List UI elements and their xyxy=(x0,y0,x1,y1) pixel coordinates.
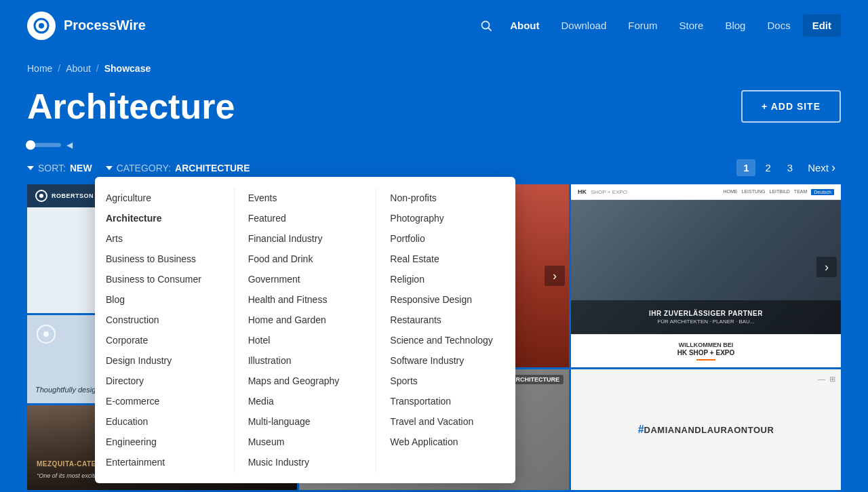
slider-track[interactable] xyxy=(27,143,61,147)
search-icon-button[interactable] xyxy=(475,14,498,37)
cat-responsive[interactable]: Responsive Design xyxy=(390,289,505,310)
right-column: HK SHOP + EXPO HOME LEISTUNG LEITBILD TE… xyxy=(571,184,841,490)
cat-restaurants[interactable]: Restaurants xyxy=(390,310,505,330)
hk-subtitle-text: FÜR ARCHITEKTEN · PLANER · BAU... xyxy=(580,319,831,325)
breadcrumb-showcase: Showcase xyxy=(104,63,151,74)
filter-bar: SORT: NEW CATEGORY: ARCHITECTURE 1 2 3 N… xyxy=(27,158,841,178)
cat-sports[interactable]: Sports xyxy=(390,371,505,391)
cat-home-garden[interactable]: Home and Garden xyxy=(248,310,363,330)
damian-name: DAMIANANDLAURAONTOUR xyxy=(644,425,774,435)
hk-welcome: WILLKOMMEN BEI xyxy=(578,342,834,348)
cat-health[interactable]: Health and Fitness xyxy=(248,289,363,310)
cat-photography[interactable]: Photography xyxy=(390,208,505,228)
sort-value: NEW xyxy=(70,163,92,173)
cat-transportation[interactable]: Transportation xyxy=(390,391,505,411)
cat-entertainment[interactable]: Entertainment xyxy=(106,452,220,472)
cat-illustration[interactable]: Illustration xyxy=(248,350,363,371)
cat-webapp[interactable]: Web Application xyxy=(390,432,505,452)
hk-shop-card[interactable]: HK SHOP + EXPO HOME LEISTUNG LEITBILD TE… xyxy=(571,184,841,367)
slider-label: ◀ xyxy=(66,140,73,150)
cat-music[interactable]: Music Industry xyxy=(248,452,363,472)
cat-corporate[interactable]: Corporate xyxy=(106,330,220,350)
logo-text: ProcessWire xyxy=(64,18,146,33)
gray-card-badge: ARCHITECTURE xyxy=(507,375,564,384)
cat-portfolio[interactable]: Portfolio xyxy=(390,228,505,249)
cat-museum[interactable]: Museum xyxy=(248,432,363,452)
breadcrumb-about[interactable]: About xyxy=(66,63,91,74)
cat-maps[interactable]: Maps and Geography xyxy=(248,371,363,391)
cat-agriculture[interactable]: Agriculture xyxy=(106,188,220,208)
hk-image-area: › IHR ZUVERLÄSSIGER PARTNER FÜR ARCHITEK… xyxy=(571,200,841,334)
slider-thumb xyxy=(26,140,35,150)
cat-food[interactable]: Food and Drink xyxy=(248,249,363,269)
nav-item-docs[interactable]: Docs xyxy=(757,14,800,37)
nav-item-forum[interactable]: Forum xyxy=(618,14,667,37)
page-next[interactable]: Next › xyxy=(802,158,841,178)
hk-nav-items: HOME LEISTUNG LEITBILD TEAM Deutsch xyxy=(723,189,834,195)
category-control[interactable]: CATEGORY: ARCHITECTURE xyxy=(106,163,250,173)
cat-engineering[interactable]: Engineering xyxy=(106,432,220,452)
nav-item-blog[interactable]: Blog xyxy=(715,14,755,37)
cat-realestate[interactable]: Real Estate xyxy=(390,249,505,269)
breadcrumb-sep-1: / xyxy=(58,63,60,74)
page-2[interactable]: 2 xyxy=(758,159,777,176)
robertson-icon xyxy=(37,325,56,344)
cat-media[interactable]: Media xyxy=(248,391,363,411)
cat-design[interactable]: Design Industry xyxy=(106,350,220,371)
next-arrow-icon: › xyxy=(831,161,835,175)
breadcrumb-home[interactable]: Home xyxy=(27,63,52,74)
cat-government[interactable]: Government xyxy=(248,269,363,289)
nav-item-about[interactable]: About xyxy=(500,14,549,37)
damian-card[interactable]: — ⊞ #DAMIANANDLAURAONTOUR xyxy=(571,369,841,490)
nav-item-download[interactable]: Download xyxy=(552,14,616,37)
cat-arts[interactable]: Arts xyxy=(106,228,220,249)
cat-nonprofits[interactable]: Non-profits xyxy=(390,188,505,208)
header: ProcessWire About Download Forum Store B… xyxy=(0,0,868,51)
cat-ecommerce[interactable]: E-commerce xyxy=(106,391,220,411)
nav-item-edit[interactable]: Edit xyxy=(803,14,841,37)
cat-blog[interactable]: Blog xyxy=(106,289,220,310)
add-site-button[interactable]: + ADD SITE xyxy=(741,90,841,123)
cat-education[interactable]: Education xyxy=(106,411,220,432)
cat-events[interactable]: Events xyxy=(248,188,363,208)
hk-partner-text: IHR ZUVERLÄSSIGER PARTNER xyxy=(580,310,831,317)
dropdown-col-2: Events Featured Financial Industry Food … xyxy=(237,188,374,472)
hk-logo-text: HK xyxy=(578,188,587,195)
main-nav: About Download Forum Store Blog Docs Edi… xyxy=(475,14,841,37)
logo[interactable]: ProcessWire xyxy=(27,12,146,40)
cat-financial[interactable]: Financial Industry xyxy=(248,228,363,249)
cat-featured[interactable]: Featured xyxy=(248,208,363,228)
page-title: Architecture xyxy=(27,86,235,127)
cat-religion[interactable]: Religion xyxy=(390,269,505,289)
breadcrumb: Home / About / Showcase xyxy=(0,51,868,79)
card-nav-arrow-right[interactable]: › xyxy=(545,266,565,286)
cat-architecture[interactable]: Architecture xyxy=(106,208,220,228)
dropdown-divider-1 xyxy=(234,188,235,472)
cat-science[interactable]: Science and Technology xyxy=(390,330,505,350)
cat-b2c[interactable]: Business to Consumer xyxy=(106,269,220,289)
hk-footer: WILLKOMMEN BEI HK SHOP + EXPO xyxy=(571,334,841,367)
cat-directory[interactable]: Directory xyxy=(106,371,220,391)
svg-point-1 xyxy=(39,23,44,28)
cat-travel[interactable]: Travel and Vacation xyxy=(390,411,505,432)
hk-nav-arrow-right[interactable]: › xyxy=(816,257,837,277)
breadcrumb-sep-2: / xyxy=(96,63,99,74)
nav-item-store[interactable]: Store xyxy=(670,14,713,37)
category-dropdown-menu: Agriculture Architecture Arts Business t… xyxy=(95,177,515,483)
hk-divider-line xyxy=(696,359,715,361)
pagination: 1 2 3 Next › xyxy=(736,158,841,178)
cat-hotel[interactable]: Hotel xyxy=(248,330,363,350)
sort-control[interactable]: SORT: NEW xyxy=(27,163,92,173)
logo-icon xyxy=(27,12,56,40)
category-value: ARCHITECTURE xyxy=(175,163,250,173)
cat-construction[interactable]: Construction xyxy=(106,310,220,330)
cat-b2b[interactable]: Business to Business xyxy=(106,249,220,269)
cat-multilang[interactable]: Multi-language xyxy=(248,411,363,432)
search-icon xyxy=(480,20,492,32)
svg-line-3 xyxy=(489,28,492,30)
sort-dropdown-arrow xyxy=(27,166,34,170)
damian-hash-icon: # xyxy=(638,424,644,435)
page-3[interactable]: 3 xyxy=(781,159,800,176)
cat-software[interactable]: Software Industry xyxy=(390,350,505,371)
page-1[interactable]: 1 xyxy=(736,159,755,176)
